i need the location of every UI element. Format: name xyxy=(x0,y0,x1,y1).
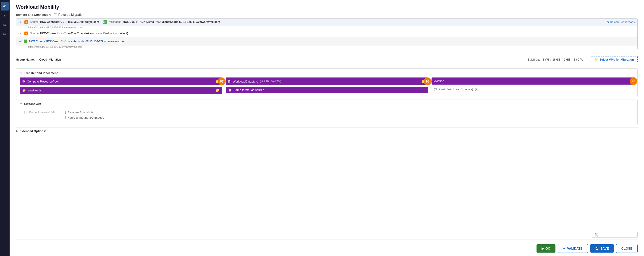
arrow-1: → xyxy=(100,20,103,24)
connection-text-1: Source: HCX-Connector / VC: m01vc01.vcf-… xyxy=(30,20,604,24)
search-input[interactable] xyxy=(600,233,635,236)
vc-link-3[interactable]: vcenter.sddc-52-13-156-179.vmwarevmc.com xyxy=(68,40,126,43)
badge-97: 97 xyxy=(218,77,226,85)
datastore-item[interactable]: 🗄 WorkloadDatastore ( 6.9 TB / 10.4 TB )… xyxy=(226,77,428,85)
group-name-input[interactable] xyxy=(38,57,75,62)
connection-row-2[interactable]: ▷ H Source: HCX-Connector / VC: m01vc01.… xyxy=(16,30,638,37)
sidebar-icon-sy[interactable]: Sy xyxy=(1,30,9,38)
datastore-icon: 🗄 xyxy=(228,80,231,83)
batch-info: Batch size: 1 VM / 16 GB / 2 GB / 1 vCPU xyxy=(528,58,583,61)
dest-vc-value-1: vcenter.sddc-52-13-156-179.vmwarevmc.com xyxy=(162,20,220,24)
close-button[interactable]: CLOSE xyxy=(616,244,638,253)
reverse-migration-checkbox[interactable] xyxy=(54,13,57,16)
sub-url-1: https://hcx.sddc-52-13-156-179.vmwarevmc… xyxy=(16,26,638,30)
workload-folder-btn[interactable]: 📁 xyxy=(216,88,220,92)
main-body: ▼ Transfer and Placement: ⚙ Compute-Reso… xyxy=(10,65,644,230)
switchover-left: Force Power-off VM xyxy=(24,111,56,121)
reload-btn[interactable]: ↻ Reload Connections xyxy=(606,20,635,24)
switchover-schedule-row: (Optional: Switchover Schedule) 🕐 xyxy=(432,86,634,93)
chevron-down-icon: ▼ xyxy=(20,72,22,74)
switchover-body: Force Power-off VM Remove Snapshots Forc… xyxy=(20,108,634,122)
remote-site-label: Remote Site Connection: xyxy=(16,13,51,17)
go-button[interactable]: ▶ GO xyxy=(536,244,556,252)
connection-row-1[interactable]: ▼ H Source: HCX-Connector / VC: m01vc01.… xyxy=(16,19,638,26)
extended-options-section: ▶ Extended Options: xyxy=(16,127,638,135)
switchover-header[interactable]: ▼ Switchover: xyxy=(20,102,634,106)
force-poweroff-label: Force Power-off VM xyxy=(29,111,56,114)
badge-99: 99 xyxy=(630,77,638,85)
main-content: Workload Mobility Remote Site Connection… xyxy=(10,0,644,256)
hcx-icon-source-1: H xyxy=(24,20,28,24)
transfer-placement-header[interactable]: ▼ Transfer and Placement: xyxy=(20,71,634,75)
hcx-icon-cloud: H xyxy=(24,40,28,43)
sidebar-icon-hc[interactable]: HC xyxy=(1,2,9,11)
connection-text-2: Source: HCX-Connector / VC: m01vc01.vcf-… xyxy=(30,32,635,35)
vmotion-item[interactable]: vMotion ▼ 99 xyxy=(432,77,634,85)
sidebar-icon-se[interactable]: Se xyxy=(1,21,9,29)
sub-url-3: https://hcx.sddc-52-13-156-179.vmwarevmc… xyxy=(16,46,638,49)
batch-vcpu: 1 vCPU xyxy=(574,58,583,61)
reverse-migration-label: Reverse Migration xyxy=(58,13,84,17)
collapse-btn-1[interactable]: ▼ xyxy=(19,21,22,24)
vmotion-col: vMotion ▼ 99 (Optional: Switchover Sched… xyxy=(432,77,634,94)
extended-options-header[interactable]: ▶ Extended Options: xyxy=(16,127,638,135)
connection-row-3[interactable]: ✔ H HCX Cloud - HCX-Demo / VC: vcenter.s… xyxy=(16,37,638,46)
same-format-item[interactable]: 📋 Same format as source ▼ xyxy=(226,87,428,93)
sidebar-icon-inf[interactable]: Inf xyxy=(1,12,9,20)
validate-icon: ✔ xyxy=(563,247,566,250)
connection-text-3: HCX Cloud - HCX-Demo / VC: vcenter.sddc-… xyxy=(29,40,635,43)
force-poweroff-checkbox[interactable] xyxy=(24,111,28,114)
hcx-icon-source-2: H xyxy=(24,32,28,35)
workload-icon: 📁 xyxy=(22,89,26,92)
badge-98: 98 xyxy=(424,77,432,85)
format-icon: 📋 xyxy=(228,88,232,92)
remove-snapshots-label: Remove Snapshots xyxy=(68,111,93,114)
source-label-1: Source: xyxy=(30,20,40,24)
switchover-right: Remove Snapshots Force unmount ISO Image… xyxy=(63,111,104,121)
vc-value-1: m01vc01.vcf-tokyo.com xyxy=(68,20,99,24)
compute-icon: ⚙ xyxy=(22,79,25,83)
switchover-section: ▼ Switchover: Force Power-off VM Remove … xyxy=(16,99,638,125)
collapse-btn-2[interactable]: ▷ xyxy=(19,32,22,35)
save-button[interactable]: 💾 SAVE xyxy=(590,244,614,252)
clock-icon[interactable]: 🕐 xyxy=(475,87,478,91)
select-vms-button[interactable]: 📁 Select VMs for Migration xyxy=(590,56,638,63)
dest-label-1: Destination: xyxy=(108,20,123,24)
play-icon: ▶ xyxy=(542,247,544,250)
force-unmount-checkbox[interactable] xyxy=(63,116,66,119)
hcx-cloud-link[interactable]: HCX Cloud - HCX-Demo xyxy=(29,40,60,43)
validate-button[interactable]: ✔ VALIDATE xyxy=(558,244,588,253)
group-name-label: Group Name: xyxy=(16,58,35,61)
dest-vc-label-1: / VC: xyxy=(155,20,162,24)
group-name-row: Group Name: Batch size: 1 VM / 16 GB / 2… xyxy=(10,53,644,65)
footer-bar: ▶ GO ✔ VALIDATE 💾 SAVE CLOSE xyxy=(10,241,644,256)
search-input-wrapper[interactable]: 🔍 xyxy=(592,232,638,238)
left-sidebar: HC Inf Se Sy xyxy=(0,0,10,256)
compute-col: ⚙ Compute-ResourcePool 📁 97 📁 Workloads … xyxy=(20,77,222,94)
placement-grid: ⚙ Compute-ResourcePool 📁 97 📁 Workloads … xyxy=(20,77,634,94)
compute-resource-pool-item[interactable]: ⚙ Compute-ResourcePool 📁 97 xyxy=(20,77,222,85)
force-unmount-label: Force unmount ISO Images xyxy=(68,116,104,119)
folder-icon: 📁 xyxy=(594,58,598,61)
reverse-migration-checkbox-wrapper[interactable]: Reverse Migration xyxy=(54,13,84,17)
connection-box: ▼ H Source: HCX-Connector / VC: m01vc01.… xyxy=(16,18,638,49)
chevron-right-icon: ▶ xyxy=(16,130,18,133)
page-header: Workload Mobility Remote Site Connection… xyxy=(10,0,644,53)
chevron-down-icon-2: ▼ xyxy=(20,103,22,105)
batch-gb2: 2 GB xyxy=(564,58,570,61)
remote-site-row: Remote Site Connection: Reverse Migratio… xyxy=(16,13,638,17)
page-title: Workload Mobility xyxy=(16,4,638,10)
transfer-placement-section: ▼ Transfer and Placement: ⚙ Compute-Reso… xyxy=(16,68,638,97)
search-icon: 🔍 xyxy=(594,233,598,236)
remove-snapshots-row: Remove Snapshots xyxy=(63,111,104,114)
vc-label-1: / VC: xyxy=(61,20,68,24)
format-dropdown-btn[interactable]: ▼ xyxy=(423,88,426,92)
batch-gb1: 16 GB xyxy=(552,58,560,61)
search-bar-bottom: 🔍 xyxy=(10,230,644,239)
green-check-icon: ✔ xyxy=(19,39,22,43)
workloads-item[interactable]: 📁 Workloads 📁 xyxy=(20,87,222,94)
batch-label: Batch size: xyxy=(528,58,541,61)
format-actions: ▼ xyxy=(423,88,426,92)
remove-snapshots-checkbox[interactable] xyxy=(63,111,66,114)
datastore-col: 🗄 WorkloadDatastore ( 6.9 TB / 10.4 TB )… xyxy=(226,77,428,94)
